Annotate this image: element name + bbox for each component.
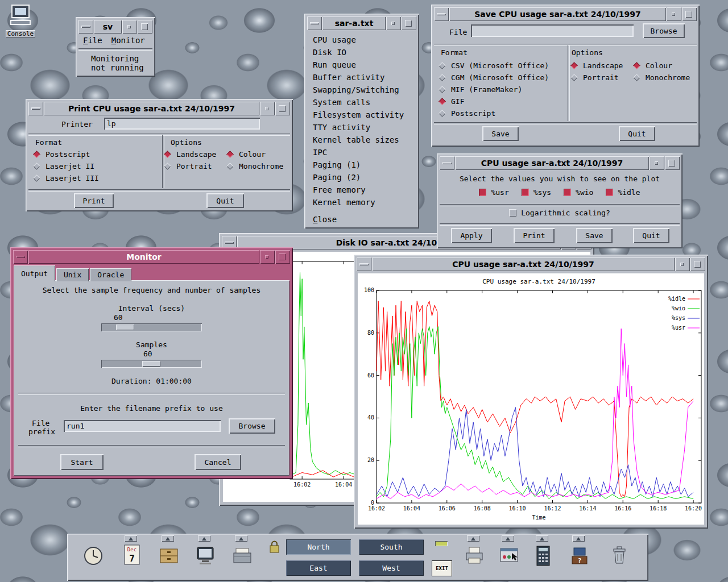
format-radio-laserjet-iii[interactable]: Laserjet III xyxy=(33,172,99,184)
menu-item-paging-1[interactable]: Paging (1) xyxy=(307,159,416,171)
menu-item-kernel-table-sizes[interactable]: Kernel table sizes xyxy=(307,134,416,146)
maximize-button[interactable] xyxy=(275,102,290,115)
minimize-button[interactable] xyxy=(386,16,401,30)
interval-slider[interactable] xyxy=(101,323,202,331)
minimize-button[interactable] xyxy=(260,102,275,115)
colour-radio-monochrome[interactable]: Monochrome xyxy=(633,72,690,84)
quit-button[interactable]: Quit xyxy=(206,193,244,208)
samples-slider-thumb[interactable] xyxy=(142,361,160,367)
menu-item-run-queue[interactable]: Run queue xyxy=(307,59,416,71)
orientation-radio-landscape[interactable]: Landscape xyxy=(570,60,623,72)
calendar-icon[interactable]: Dec7 xyxy=(119,542,144,568)
style-manager-icon[interactable] xyxy=(497,543,522,569)
format-radio-cgm-microsoft-office[interactable]: CGM (Microsoft Office) xyxy=(439,72,549,84)
interval-slider-thumb[interactable] xyxy=(116,325,134,330)
file-input[interactable] xyxy=(471,24,634,37)
checkbox-usr[interactable]: %usr xyxy=(479,188,508,197)
print-button[interactable]: Print xyxy=(74,193,114,208)
titlebar[interactable]: Monitor xyxy=(13,250,290,264)
minimize-button[interactable] xyxy=(650,156,664,170)
orientation-radio-portrait[interactable]: Portrait xyxy=(164,160,216,172)
file-manager-icon[interactable] xyxy=(156,543,181,569)
workspace-south[interactable]: South xyxy=(359,539,424,555)
browse-button[interactable]: Browse xyxy=(643,23,685,38)
menu-item-tty-activity[interactable]: TTY activity xyxy=(307,121,416,134)
minimize-button[interactable] xyxy=(667,7,681,21)
clock-icon[interactable] xyxy=(81,543,106,569)
lock-icon[interactable] xyxy=(267,538,282,555)
browse-button[interactable]: Browse xyxy=(229,418,275,434)
minimize-button[interactable] xyxy=(122,20,137,34)
colour-radio-colour[interactable]: Colour xyxy=(226,148,283,160)
titlebar[interactable]: sar-a.txt xyxy=(307,16,416,30)
cancel-button[interactable]: Cancel xyxy=(195,454,241,470)
start-button[interactable]: Start xyxy=(60,454,104,470)
menu-item-close[interactable]: Close xyxy=(307,213,416,226)
format-radio-postscript[interactable]: Postscript xyxy=(33,148,99,160)
menu-item-cpu-usage[interactable]: CPU usage xyxy=(307,34,416,46)
menu-item-filesystem-activity[interactable]: Filesystem activity xyxy=(307,109,416,121)
titlebar[interactable]: CPU usage sar-a.txt 24/10/1997 xyxy=(440,156,680,170)
titlebar[interactable]: sv xyxy=(78,20,152,34)
menu-item-system-calls[interactable]: System calls xyxy=(307,96,416,109)
checkbox-wio[interactable]: %wio xyxy=(564,188,593,197)
format-radio-csv-microsoft-office[interactable]: CSV (Microsoft Office) xyxy=(439,60,549,72)
window-menu-button[interactable] xyxy=(307,16,322,30)
menu-item-ipc[interactable]: IPC xyxy=(307,146,416,159)
samples-slider[interactable] xyxy=(101,360,202,368)
printer-icon[interactable] xyxy=(462,543,487,569)
window-menu-button[interactable] xyxy=(78,20,93,34)
menu-item-free-memory[interactable]: Free memory xyxy=(307,184,416,196)
format-radio-laserjet-ii[interactable]: Laserjet II xyxy=(33,160,99,172)
apply-button[interactable]: Apply xyxy=(451,228,492,243)
subpanel-arrow[interactable] xyxy=(235,535,247,542)
menu-item-paging-2[interactable]: Paging (2) xyxy=(307,171,416,184)
window-menu-button[interactable] xyxy=(357,257,371,271)
window-menu-button[interactable] xyxy=(434,7,449,21)
tab-oracle[interactable]: Oracle xyxy=(90,268,131,281)
maximize-button[interactable] xyxy=(275,250,290,264)
checkbox-sys[interactable]: %sys xyxy=(522,188,551,197)
calculator-icon[interactable] xyxy=(531,543,556,569)
menu-item-disk-io[interactable]: Disk IO xyxy=(307,46,416,59)
quit-button[interactable]: Quit xyxy=(633,228,669,243)
subpanel-arrow[interactable] xyxy=(125,535,137,542)
save-button[interactable]: Save xyxy=(576,228,613,243)
print-button[interactable]: Print xyxy=(514,228,555,243)
format-radio-gif[interactable]: GIF xyxy=(439,95,549,107)
maximize-button[interactable] xyxy=(402,16,416,30)
mail-icon[interactable] xyxy=(230,543,255,569)
window-menu-button[interactable] xyxy=(28,102,43,115)
subpanel-arrow[interactable] xyxy=(572,535,585,542)
subpanel-arrow[interactable] xyxy=(536,535,548,542)
titlebar[interactable]: Print CPU usage sar-a.txt 24/10/1997 xyxy=(28,102,290,115)
subpanel-arrow[interactable] xyxy=(502,535,514,542)
terminal-icon[interactable] xyxy=(193,543,218,569)
workspace-north[interactable]: North xyxy=(286,539,351,555)
subpanel-arrow[interactable] xyxy=(198,535,210,542)
console-desktop-icon[interactable]: Console xyxy=(2,3,39,38)
trash-icon[interactable] xyxy=(607,543,632,569)
menu-item-buffer-activity[interactable]: Buffer activity xyxy=(307,71,416,84)
tab-unix[interactable]: Unix xyxy=(56,268,89,281)
titlebar[interactable]: Save CPU usage sar-a.txt 24/10/1997 xyxy=(434,7,697,21)
maximize-button[interactable] xyxy=(690,257,705,271)
titlebar[interactable]: CPU usage sar-a.txt 24/10/1997 xyxy=(357,257,705,271)
window-menu-button[interactable] xyxy=(13,250,28,264)
tab-output[interactable]: Output xyxy=(14,265,55,281)
file-prefix-input[interactable] xyxy=(64,420,221,432)
maximize-button[interactable] xyxy=(665,156,680,170)
minimize-button[interactable] xyxy=(260,250,275,264)
quit-button[interactable]: Quit xyxy=(619,126,655,141)
printer-input[interactable] xyxy=(104,118,260,130)
save-button[interactable]: Save xyxy=(482,126,519,141)
workspace-west[interactable]: West xyxy=(359,560,424,576)
colour-radio-monochrome[interactable]: Monochrome xyxy=(226,160,283,172)
menu-item-swapping-switching[interactable]: Swapping/Switching xyxy=(307,84,416,96)
maximize-button[interactable] xyxy=(682,7,697,21)
minimize-button[interactable] xyxy=(675,257,690,271)
checkbox-idle[interactable]: %idle xyxy=(606,188,640,197)
workspace-east[interactable]: East xyxy=(286,560,351,576)
log-scaling-checkbox[interactable]: Logarithmic scaling? xyxy=(509,209,610,217)
format-radio-postscript[interactable]: Postscript xyxy=(439,107,549,119)
